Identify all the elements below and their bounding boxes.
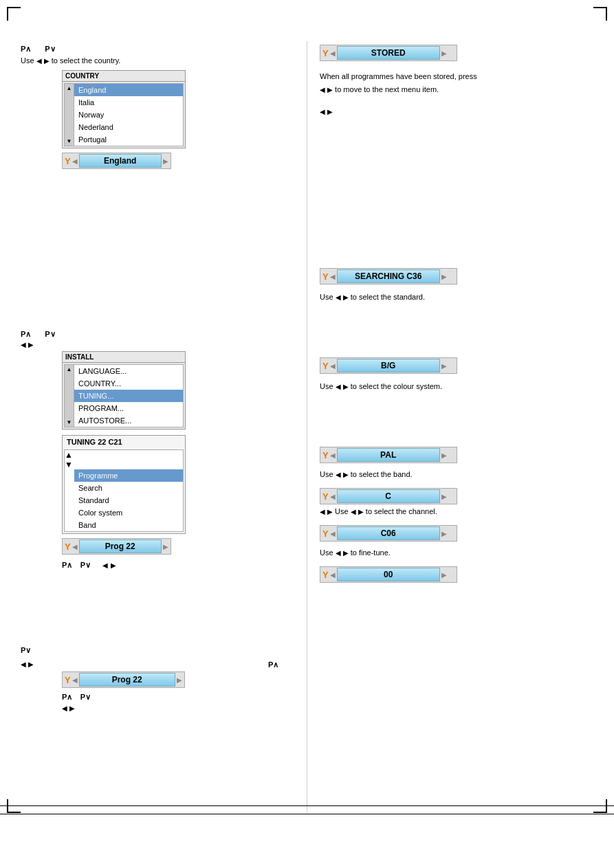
install-scroll-down[interactable]: ▼ xyxy=(65,418,74,427)
bar-arrow-left-fine[interactable]: ◀ xyxy=(330,571,336,579)
arrow-right-3[interactable]: ▶ xyxy=(111,561,116,569)
p-down-2[interactable]: P∨ xyxy=(45,330,55,339)
bar-arrow-right-bg[interactable]: ▶ xyxy=(441,362,447,370)
tuning-item-colorsystem[interactable]: Color system xyxy=(74,507,183,519)
stored-arrows: ◀ ▶ to move to the next menu item. xyxy=(320,85,477,93)
install-menu-container: INSTALL ▲ ▼ LANGUAGE... COUNTRY... TUNIN… xyxy=(62,351,186,555)
bar-arrow-right3[interactable]: ▶ xyxy=(177,676,182,684)
arrow-left-3[interactable]: ◀ xyxy=(102,561,108,569)
tuning-item-programme[interactable]: Programme xyxy=(74,469,183,482)
fine-display: Y ◀ 00 ▶ xyxy=(320,566,457,583)
bg-display: Y ◀ B/G ▶ xyxy=(320,357,457,374)
arrow-right-desc1: ▶ xyxy=(44,57,50,65)
country-desc1: Use ◀ ▶ to select the country. xyxy=(21,56,186,65)
bar-arrow-right-stored[interactable]: ▶ xyxy=(441,49,447,57)
bar-arrow-right-searching[interactable]: ▶ xyxy=(441,273,447,280)
bar-arrow-right-fine[interactable]: ▶ xyxy=(441,571,447,579)
scroll-down[interactable]: ▼ xyxy=(65,137,74,146)
arrow-left-inst: ◀ xyxy=(21,341,26,348)
arrow-right-bg2: ▶ xyxy=(343,383,349,390)
p-up-2[interactable]: P∧ xyxy=(21,330,31,339)
bar-arrow-left1[interactable]: ◀ xyxy=(72,157,78,165)
c06-display: Y ◀ C06 ▶ xyxy=(320,525,457,542)
pal-desc: Use ◀ ▶ to select the band. xyxy=(320,470,457,478)
install-item-country[interactable]: COUNTRY... xyxy=(74,377,183,390)
install-item-program[interactable]: PROGRAM... xyxy=(74,402,183,414)
p-down-bottom[interactable]: P∨ xyxy=(80,693,91,702)
c-value: C xyxy=(337,489,440,503)
country-item-norway[interactable]: Norway xyxy=(74,109,183,121)
country-item-italia[interactable]: Italia xyxy=(74,96,183,109)
install-item-autostore[interactable]: AUTOSTORE... xyxy=(74,414,183,427)
tuning-menu: TUNING 22 C21 ▲ ▼ Programme Search Stand… xyxy=(62,435,186,534)
arrow-left-s2: ◀ xyxy=(336,293,341,301)
bar-icon-y3: Y xyxy=(65,675,71,685)
right-section4: Y ◀ PAL ▶ Use ◀ ▶ to select the band. Y … xyxy=(320,447,457,583)
bar-arrow-left-bg[interactable]: ◀ xyxy=(330,362,336,370)
bar-arrow-left-c06[interactable]: ◀ xyxy=(330,530,336,537)
tuning-item-standard[interactable]: Standard xyxy=(74,494,183,507)
tuning-scroll-up[interactable]: ▲ xyxy=(65,450,183,460)
arrow-right-stored2: ▶ xyxy=(327,86,333,93)
country-item-portugal[interactable]: Portugal xyxy=(74,133,183,146)
p-up-3[interactable]: P∧ xyxy=(62,561,72,570)
corner-tr xyxy=(593,7,607,21)
tuning-menu-title: TUNING 22 C21 xyxy=(63,436,185,448)
p-down-3[interactable]: P∨ xyxy=(80,561,91,570)
bar-icon-stored: Y xyxy=(322,48,329,58)
p-nav-bottom: P∧ P∨ xyxy=(62,692,185,702)
p-down-4[interactable]: P∨ xyxy=(21,646,31,655)
arrow-right-4[interactable]: ▶ xyxy=(28,660,34,668)
arrow-right-stored3: ▶ xyxy=(327,108,333,115)
bar-arrow-left-searching[interactable]: ◀ xyxy=(330,273,336,280)
bar-arrow-left-c[interactable]: ◀ xyxy=(330,493,336,500)
bar-arrow-right-c[interactable]: ▶ xyxy=(441,493,447,500)
c06-value: C06 xyxy=(337,526,440,540)
install-item-language[interactable]: LANGUAGE... xyxy=(74,365,183,377)
bar-icon-searching: Y xyxy=(322,271,329,282)
bar-icon-c: Y xyxy=(322,491,329,502)
corner-bl xyxy=(7,799,21,813)
bar-icon-y1: Y xyxy=(65,156,71,166)
corner-br xyxy=(593,799,607,813)
arrow-left-c3: ◀ xyxy=(351,508,356,515)
country-menu: COUNTRY ▲ ▼ England Italia Norway Nederl… xyxy=(62,70,186,148)
arrow-left-pal2: ◀ xyxy=(336,471,341,478)
scroll-up[interactable]: ▲ xyxy=(65,84,74,93)
install-item-tuning[interactable]: TUNING... xyxy=(74,390,183,402)
tuning-items: Programme Search Standard Color system B… xyxy=(74,469,183,531)
tuning-item-search[interactable]: Search xyxy=(74,482,183,494)
arrow-right-c2: ▶ xyxy=(327,508,333,515)
bar-arrow-left-stored[interactable]: ◀ xyxy=(330,49,336,57)
tuning-scroll-down[interactable]: ▼ xyxy=(65,460,183,469)
arrow-left-bottom[interactable]: ◀ xyxy=(62,704,67,712)
bottom-bar2 xyxy=(0,814,614,814)
tuning-menu-container: TUNING 22 C21 ▲ ▼ Programme Search Stand… xyxy=(62,435,186,534)
bar-arrow-left2[interactable]: ◀ xyxy=(72,543,78,550)
bg-value: B/G xyxy=(337,359,440,372)
left-section4: P∨ ◀ ▶ Y ◀ Prog 22 ▶ P∧ P∨ ◀ ▶ xyxy=(21,646,185,713)
bar-arrow-left3[interactable]: ◀ xyxy=(72,676,78,684)
install-items: LANGUAGE... COUNTRY... TUNING... PROGRAM… xyxy=(74,365,183,427)
c-display: Y ◀ C ▶ xyxy=(320,488,457,504)
bar-icon-c06: Y xyxy=(322,528,329,539)
pal-value: PAL xyxy=(337,448,440,462)
arrow-left-4[interactable]: ◀ xyxy=(21,660,26,668)
country-item-nederland[interactable]: Nederland xyxy=(74,121,183,133)
searching-value: SEARCHING C36 xyxy=(337,269,440,283)
p-down-1[interactable]: P∨ xyxy=(45,45,55,54)
tuning-item-band[interactable]: Band xyxy=(74,519,183,531)
install-scroll-up[interactable]: ▲ xyxy=(65,365,74,374)
bar-arrow-right2[interactable]: ▶ xyxy=(163,543,168,550)
p-up-bottom[interactable]: P∧ xyxy=(62,693,72,702)
p-up-mid[interactable]: P∧ xyxy=(268,660,278,669)
bar-arrow-right1[interactable]: ▶ xyxy=(163,157,168,165)
bar-arrow-right-c06[interactable]: ▶ xyxy=(441,530,447,537)
prog22-display-bar: Y ◀ Prog 22 ▶ xyxy=(62,538,186,555)
arrow-right-bottom[interactable]: ▶ xyxy=(69,704,75,712)
bar-arrow-left-pal[interactable]: ◀ xyxy=(330,452,336,459)
country-item-england[interactable]: England xyxy=(74,84,183,96)
bar-arrow-right-pal[interactable]: ▶ xyxy=(441,452,447,459)
pal-display: Y ◀ PAL ▶ xyxy=(320,447,457,463)
p-up-1[interactable]: P∧ xyxy=(21,45,31,54)
